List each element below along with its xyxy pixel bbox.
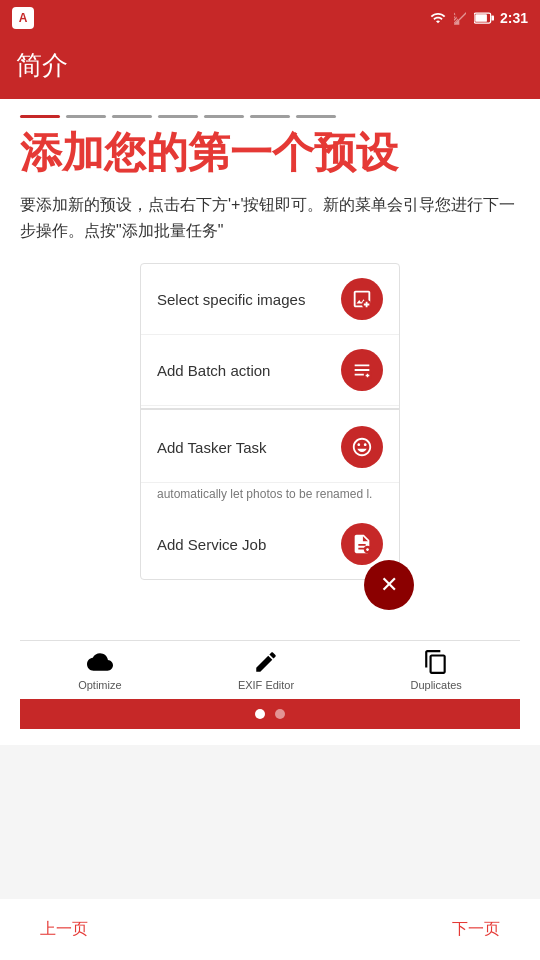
app-header: 简介 <box>0 36 540 99</box>
exif-icon <box>253 649 279 675</box>
optimize-label: Optimize <box>78 679 121 691</box>
dash-4 <box>158 115 198 118</box>
select-images-label: Select specific images <box>157 291 305 308</box>
close-menu-button[interactable]: ✕ <box>364 560 414 610</box>
service-job-icon <box>351 533 373 555</box>
status-bar: A 2:31 <box>0 0 540 36</box>
status-left: A <box>12 7 34 29</box>
close-icon: ✕ <box>380 574 398 596</box>
page-title: 简介 <box>16 48 524 83</box>
tasker-icon <box>351 436 373 458</box>
tasker-button[interactable] <box>341 426 383 468</box>
select-images-button[interactable] <box>341 278 383 320</box>
battery-icon <box>474 10 494 26</box>
pagination-dot-2[interactable] <box>275 709 285 719</box>
signal-icon <box>452 10 468 26</box>
prev-button[interactable]: 上一页 <box>40 919 88 940</box>
menu-item-tasker[interactable]: Add Tasker Task <box>141 412 399 483</box>
bottom-toolbar: Optimize EXIF Editor Duplicates <box>20 640 520 699</box>
duplicates-icon <box>423 649 449 675</box>
service-job-button[interactable] <box>341 523 383 565</box>
batch-action-button[interactable] <box>341 349 383 391</box>
duplicates-label: Duplicates <box>410 679 461 691</box>
app-icon: A <box>12 7 34 29</box>
dash-7 <box>296 115 336 118</box>
dash-1 <box>20 115 60 118</box>
batch-action-icon <box>351 359 373 381</box>
menu-card: Select specific images Add Batch action <box>140 263 400 580</box>
toolbar-exif[interactable]: EXIF Editor <box>238 649 294 691</box>
menu-item-select-images[interactable]: Select specific images <box>141 264 399 335</box>
menu-divider <box>141 408 399 410</box>
wifi-icon <box>430 10 446 26</box>
intro-description: 要添加新的预设，点击右下方'+'按钮即可。新的菜单会引导您进行下一步操作。点按"… <box>20 192 520 243</box>
batch-action-label: Add Batch action <box>157 362 270 379</box>
menu-card-wrapper: Select specific images Add Batch action <box>140 263 400 580</box>
menu-item-batch-action[interactable]: Add Batch action <box>141 335 399 406</box>
status-time: 2:31 <box>500 10 528 26</box>
intro-title: 添加您的第一个预设 <box>20 130 520 176</box>
tasker-subtext: automatically let photos to be renamed l… <box>141 483 399 509</box>
optimize-icon <box>87 649 113 675</box>
toolbar-duplicates[interactable]: Duplicates <box>410 649 461 691</box>
svg-rect-1 <box>475 14 487 22</box>
exif-label: EXIF Editor <box>238 679 294 691</box>
tasker-label: Add Tasker Task <box>157 439 267 456</box>
pagination-dot-1[interactable] <box>255 709 265 719</box>
dash-6 <box>250 115 290 118</box>
menu-item-service-job[interactable]: Add Service Job <box>141 509 399 579</box>
dash-5 <box>204 115 244 118</box>
toolbar-optimize[interactable]: Optimize <box>78 649 121 691</box>
main-content: 添加您的第一个预设 要添加新的预设，点击右下方'+'按钮即可。新的菜单会引导您进… <box>0 99 540 745</box>
status-right: 2:31 <box>430 10 528 26</box>
service-job-label: Add Service Job <box>157 536 266 553</box>
footer-navigation: 上一页 下一页 <box>0 899 540 960</box>
select-images-icon <box>351 288 373 310</box>
pagination-bar <box>20 699 520 729</box>
next-button[interactable]: 下一页 <box>452 919 500 940</box>
svg-rect-2 <box>491 16 494 21</box>
dash-3 <box>112 115 152 118</box>
progress-dashes <box>20 115 520 118</box>
dash-2 <box>66 115 106 118</box>
